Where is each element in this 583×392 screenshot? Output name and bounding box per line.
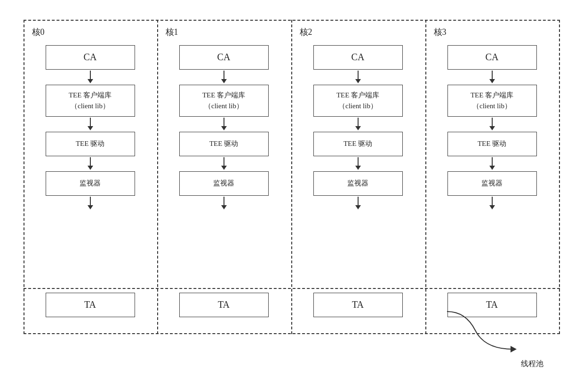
core-1-tee-driver: TEE 驱动 [179, 132, 269, 156]
core-2-ta: TA [313, 293, 403, 317]
core-0-ca: CA [46, 45, 135, 70]
arrow-lib-to-driver-3 [489, 117, 495, 132]
divider-2 [291, 20, 292, 334]
arrow-ca-to-lib-1 [221, 70, 227, 85]
core-1-ca: CA [179, 45, 269, 70]
arrow-monitor-to-ta-1 [221, 196, 227, 211]
svg-marker-0 [511, 346, 517, 352]
diagram-container: 核0 CA TEE 客户端库 （client lib） TEE 驱动 监视器 [14, 10, 569, 382]
core-0-monitor: 监视器 [46, 171, 135, 196]
ta-2: TA [291, 289, 425, 317]
arrow-ca-to-lib-0 [88, 70, 93, 85]
core-1-ta: TA [179, 293, 269, 317]
ta-0: TA [24, 289, 157, 317]
core-1: 核1 CA TEE 客户端库 （client lib） TEE 驱动 监视器 [157, 20, 291, 211]
arrow-driver-to-monitor-2 [355, 156, 361, 171]
core-3-tee-client: TEE 客户端库 （client lib） [447, 85, 537, 117]
core-2-title: 核2 [300, 26, 312, 38]
arrow-ca-to-lib-3 [489, 70, 495, 85]
core-2-monitor: 监视器 [313, 171, 403, 196]
core-0-tee-client: TEE 客户端库 （client lib） [46, 85, 135, 117]
core-2-tee-client: TEE 客户端库 （client lib） [313, 85, 403, 117]
divider-3 [425, 20, 426, 334]
core-0-title: 核0 [32, 26, 45, 38]
core-2-tee-driver: TEE 驱动 [313, 132, 403, 156]
arrow-monitor-to-ta-0 [88, 196, 93, 211]
core-3-tee-driver: TEE 驱动 [447, 132, 537, 156]
arrow-driver-to-monitor-3 [489, 156, 495, 171]
core-3-title: 核3 [434, 26, 447, 38]
core-1-title: 核1 [166, 26, 178, 38]
thread-pool-label: 线程池 [521, 359, 543, 369]
ta-1: TA [157, 289, 291, 317]
core-1-monitor: 监视器 [179, 171, 269, 196]
thread-pool-arrow-svg [438, 302, 555, 359]
core-3-monitor: 监视器 [447, 171, 537, 196]
core-1-tee-client: TEE 客户端库 （client lib） [179, 85, 269, 117]
arrow-driver-to-monitor-1 [221, 156, 227, 171]
core-0-ta: TA [46, 293, 135, 317]
divider-1 [157, 20, 158, 334]
arrow-monitor-to-ta-3 [489, 196, 495, 211]
core-2: 核2 CA TEE 客户端库 （client lib） TEE 驱动 监视器 [291, 20, 425, 211]
core-3: 核3 CA TEE 客户端库 （client lib） TEE 驱动 监视器 [425, 20, 559, 211]
arrow-driver-to-monitor-0 [88, 156, 93, 171]
arrow-lib-to-driver-1 [221, 117, 227, 132]
arrow-lib-to-driver-0 [88, 117, 93, 132]
core-0: 核0 CA TEE 客户端库 （client lib） TEE 驱动 监视器 [24, 20, 157, 211]
core-2-ca: CA [313, 45, 403, 70]
arrow-monitor-to-ta-2 [355, 196, 361, 211]
arrow-ca-to-lib-2 [355, 70, 361, 85]
core-3-ca: CA [447, 45, 537, 70]
arrow-lib-to-driver-2 [355, 117, 361, 132]
core-0-tee-driver: TEE 驱动 [46, 132, 135, 156]
